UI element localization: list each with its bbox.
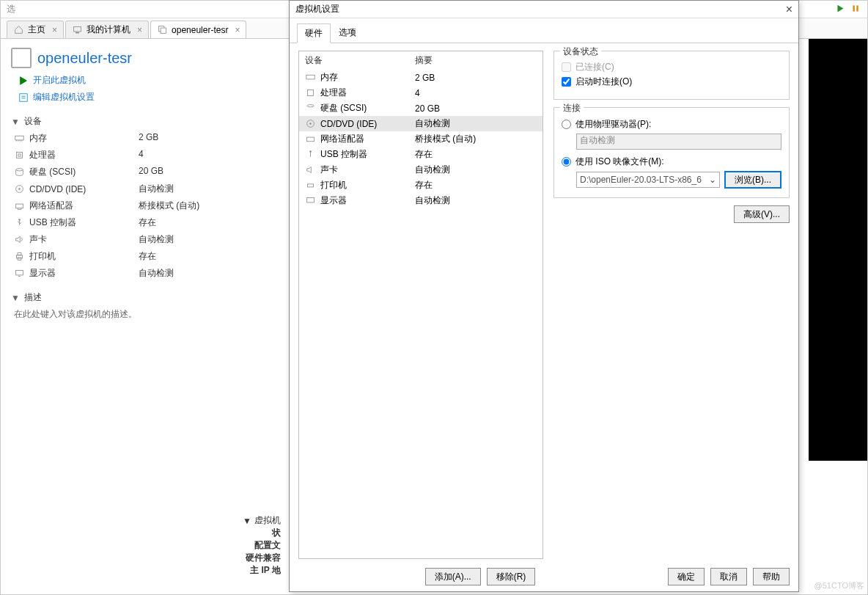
svg-rect-26 [307, 137, 315, 142]
close-icon[interactable]: × [137, 25, 142, 35]
svg-rect-4 [76, 32, 79, 34]
radio-iso-image[interactable]: 使用 ISO 映像文件(M): [562, 156, 781, 168]
advanced-button[interactable]: 高级(V)... [734, 205, 790, 223]
svg-rect-8 [20, 93, 28, 101]
description-header[interactable]: ▼描述 [11, 291, 275, 304]
browse-button[interactable]: 浏览(B)... [724, 171, 781, 189]
vm-title: openeuler-tesr [37, 50, 132, 67]
dialog-footer: 添加(A)... 移除(R) 确定 取消 帮助 [290, 568, 798, 585]
hw-row-printer[interactable]: 打印机存在 [299, 178, 542, 193]
physical-drive-select: 自动检测 [576, 134, 781, 150]
svg-point-12 [16, 169, 23, 171]
chk-connect-on-start[interactable]: 启动时连接(O) [562, 76, 781, 88]
dev-memory-val: 2 GB [139, 132, 275, 145]
close-icon[interactable]: × [52, 25, 57, 35]
hw-row-sound[interactable]: 声卡自动检测 [299, 162, 542, 178]
svg-point-14 [18, 188, 20, 189]
dev-sound[interactable]: 声卡 [14, 233, 139, 246]
tab-vm-label: openeuler-tesr [172, 25, 228, 35]
col-summary: 摘要 [415, 54, 433, 67]
toolbar-pause-icon[interactable] [850, 4, 861, 15]
close-icon[interactable]: × [235, 25, 240, 35]
vm-details: ▼虚拟机 状 配置文 硬件兼容 主 IP 地 [243, 514, 285, 577]
hw-row-display[interactable]: 显示器自动检测 [299, 193, 542, 208]
chk-connected[interactable]: 已连接(C) [562, 61, 781, 73]
svg-rect-28 [307, 184, 313, 187]
power-on-label: 开启此虚拟机 [33, 74, 86, 87]
dev-printer[interactable]: 打印机 [14, 250, 139, 263]
dev-printer-val: 存在 [139, 250, 275, 263]
svg-rect-3 [74, 26, 81, 32]
remove-button[interactable]: 移除(R) [487, 568, 536, 585]
dev-usb-val: 存在 [139, 216, 275, 229]
svg-rect-15 [16, 204, 23, 208]
tab-home-label: 主页 [28, 23, 45, 36]
dev-memory[interactable]: 内存 [14, 132, 139, 145]
dev-cpu-val: 4 [139, 149, 275, 161]
hw-row-disk[interactable]: 硬盘 (SCSI)20 GB [299, 101, 542, 116]
ok-button[interactable]: 确定 [668, 568, 705, 585]
hw-row-memory[interactable]: 内存2 GB [299, 70, 542, 85]
dialog-titlebar[interactable]: 虚拟机设置 × [290, 1, 798, 18]
dev-net-val: 桥接模式 (自动) [139, 200, 275, 212]
dev-display-val: 自动检测 [139, 267, 275, 280]
devices-header[interactable]: ▼设备 [11, 115, 275, 128]
help-button[interactable]: 帮助 [753, 568, 790, 585]
tab-home[interactable]: 主页 × [7, 21, 64, 38]
iso-path-input[interactable]: D:\openEuler-20.03-LTS-x86_6⌄ [576, 172, 720, 188]
tab-mycomputer-label: 我的计算机 [87, 23, 130, 36]
dev-display[interactable]: 显示器 [14, 267, 139, 280]
hw-row-cpu[interactable]: 处理器4 [299, 85, 542, 101]
svg-rect-20 [16, 270, 23, 275]
col-device: 设备 [305, 54, 415, 67]
cancel-button[interactable]: 取消 [710, 568, 747, 585]
description-placeholder[interactable]: 在此处键入对该虚拟机的描述。 [14, 308, 275, 321]
hw-header: 设备 摘要 [299, 51, 542, 70]
watermark: @51CTO博客 [814, 580, 864, 591]
svg-rect-2 [856, 5, 858, 11]
hw-row-usb[interactable]: USB 控制器存在 [299, 147, 542, 162]
device-status-group: 设备状态 已连接(C) 启动时连接(O) [553, 51, 790, 100]
dlg-tab-hardware[interactable]: 硬件 [297, 23, 331, 43]
vm-icon [11, 48, 32, 68]
vm-title-row: openeuler-tesr [11, 48, 275, 68]
svg-rect-18 [18, 253, 21, 255]
radio-physical-drive[interactable]: 使用物理驱动器(P): [562, 118, 781, 131]
hardware-list: 设备 摘要 内存2 GB 处理器4 硬盘 (SCSI)20 GB CD/DVD … [298, 51, 543, 559]
dev-sound-val: 自动检测 [139, 233, 275, 246]
dev-cd[interactable]: CD/DVD (IDE) [14, 183, 139, 195]
device-status-legend: 设备状态 [560, 45, 601, 58]
dev-net[interactable]: 网络适配器 [14, 200, 139, 212]
dev-usb[interactable]: USB 控制器 [14, 216, 139, 229]
svg-rect-1 [853, 5, 854, 11]
svg-rect-11 [18, 154, 21, 156]
svg-point-23 [307, 105, 315, 107]
edit-settings-label: 编辑虚拟机设置 [33, 91, 95, 103]
svg-rect-21 [306, 75, 315, 79]
dev-disk[interactable]: 硬盘 (SCSI) [14, 166, 139, 178]
dev-cpu[interactable]: 处理器 [14, 149, 139, 161]
svg-marker-7 [21, 76, 27, 84]
svg-rect-6 [161, 28, 166, 33]
chevron-down-icon[interactable]: ⌄ [709, 175, 716, 185]
tab-vm[interactable]: openeuler-tesr × [150, 21, 246, 38]
tab-mycomputer[interactable]: 我的计算机 × [65, 21, 149, 38]
vm-settings-dialog: 虚拟机设置 × 硬件 选项 设备 摘要 内存2 GB 处理器4 硬盘 (SCSI… [289, 0, 799, 592]
hw-row-net[interactable]: 网络适配器桥接模式 (自动) [299, 131, 542, 147]
add-button[interactable]: 添加(A)... [425, 568, 481, 585]
toolbar-play-icon[interactable] [835, 4, 846, 15]
vm-summary-pane: openeuler-tesr 开启此虚拟机 编辑虚拟机设置 ▼设备 内存2 GB… [1, 39, 285, 594]
dialog-title: 虚拟机设置 [295, 3, 339, 15]
dialog-close-icon[interactable]: × [786, 3, 792, 16]
svg-rect-10 [16, 152, 22, 158]
toolbar-partial-label: 选 [7, 3, 15, 15]
connection-legend: 连接 [560, 102, 584, 114]
hw-row-cd[interactable]: CD/DVD (IDE)自动检测 [299, 116, 542, 131]
power-on-link[interactable]: 开启此虚拟机 [18, 74, 275, 87]
device-grid: 内存2 GB 处理器4 硬盘 (SCSI)20 GB CD/DVD (IDE)自… [14, 132, 275, 280]
connection-group: 连接 使用物理驱动器(P): 自动检测 使用 ISO 映像文件(M): D:\o… [553, 107, 790, 198]
edit-settings-link[interactable]: 编辑虚拟机设置 [18, 91, 275, 103]
hardware-side-panel: 设备状态 已连接(C) 启动时连接(O) 连接 使用物理驱动器(P): 自动检测… [553, 51, 790, 559]
svg-point-25 [309, 123, 311, 124]
dlg-tab-options[interactable]: 选项 [331, 23, 364, 43]
